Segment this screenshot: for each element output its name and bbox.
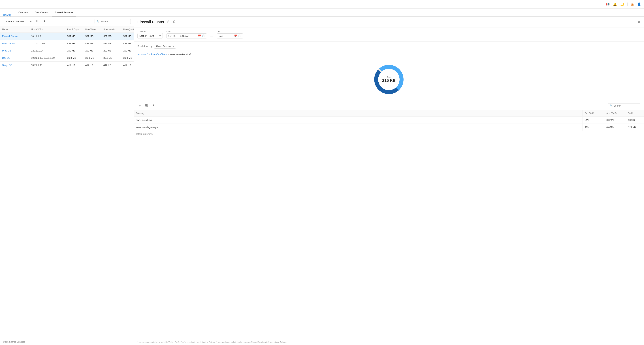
bell-icon[interactable]: 🔔 xyxy=(613,2,617,6)
table-row[interactable]: Prod DB 120.20.0.24 202 MB 202 MB 202 MB… xyxy=(0,47,134,54)
bottom-filter-button[interactable] xyxy=(138,103,142,108)
top-bar-icons: 📢 🔔 🌙 ◉ 👤 xyxy=(606,2,641,6)
bottom-columns-icon xyxy=(145,104,148,107)
svg-rect-2 xyxy=(38,20,39,22)
col-prev-week: Prev Week xyxy=(83,26,101,32)
download-icon-button[interactable] xyxy=(42,19,47,24)
bottom-filter-icon xyxy=(138,104,142,107)
close-button[interactable]: ✕ xyxy=(638,20,640,24)
search-box: 🔍 xyxy=(94,19,131,24)
gw-name: aws-use-s1-gw xyxy=(134,116,582,124)
add-shared-service-button[interactable]: + Shared Service xyxy=(3,19,26,24)
svg-rect-7 xyxy=(146,104,147,106)
table-row[interactable]: Dev DB 10.21.1.89, 10.21.1.50 30.3 MB 30… xyxy=(0,54,134,62)
row-prev-quarter: 412 KB xyxy=(121,62,134,69)
row-ip: 11.100.0.0/24 xyxy=(29,40,65,47)
gw-traffic: 90.9 KB xyxy=(626,116,644,124)
table-footer: Total 5 Shared Services xyxy=(0,339,134,345)
right-panel-header: Firewall Cluster ✕ xyxy=(134,17,644,27)
tab-shared-services[interactable]: Shared Services xyxy=(52,8,76,16)
end-date-input: 📅 🕐 xyxy=(217,33,243,38)
breadcrumb-sep-1: › xyxy=(149,53,150,56)
bottom-search-box: 🔍 xyxy=(608,103,640,108)
gw-rel: 48% xyxy=(582,124,604,131)
columns-icon-button[interactable] xyxy=(35,19,40,24)
bottom-search-input[interactable] xyxy=(614,104,638,107)
table-row[interactable]: Data Center 11.100.0.0/24 483 MB 483 MB … xyxy=(0,40,134,47)
table-body: Firewall Cluster 10.11.1.0 587 MB 587 MB… xyxy=(0,33,134,69)
breadcrumb-sep-2: › xyxy=(168,53,169,56)
breakdown-section: Breakdown by Cloud Account VPC Region xyxy=(134,41,644,51)
row-prev-month: 202 MB xyxy=(101,47,121,54)
row-prev-week: 412 KB xyxy=(83,62,101,69)
user-icon[interactable]: 👤 xyxy=(637,2,641,6)
edit-icon-button[interactable] xyxy=(166,19,170,24)
gateway-col-traffic: Traffic xyxy=(626,110,644,116)
app-logo[interactable]: CostIQ xyxy=(3,13,11,16)
filter-icon-button[interactable] xyxy=(28,19,33,24)
moon-icon[interactable]: 🌙 xyxy=(620,2,624,6)
calendar-icon[interactable]: 📅 xyxy=(198,34,201,37)
row-prev-quarter: 202 MB xyxy=(121,47,134,54)
table-row[interactable]: Stage DB 10.21.1.90 412 KB 412 KB 412 KB… xyxy=(0,62,134,69)
end-label: End xyxy=(217,30,243,33)
top-bar: 📢 🔔 🌙 ◉ 👤 xyxy=(0,0,644,9)
gateway-footer: Total 2 Gateways xyxy=(134,131,644,137)
row-name[interactable]: Dev DB xyxy=(0,54,29,61)
svg-rect-0 xyxy=(36,20,37,22)
end-calendar-icon[interactable]: 📅 xyxy=(234,34,237,37)
gateway-row[interactable]: aws-use-s1-gw 51% 0.021% 90.9 KB xyxy=(134,116,644,124)
clock-icon[interactable]: 🕐 xyxy=(202,34,205,37)
delete-icon-button[interactable] xyxy=(172,19,176,24)
megaphone-icon[interactable]: 📢 xyxy=(606,2,610,6)
gateway-table: Gateway Rel. Traffic Abs. Traffic Traffi… xyxy=(134,110,644,339)
breadcrumb-all-traffic[interactable]: All Traffic* xyxy=(138,53,148,56)
divider xyxy=(627,2,628,6)
bottom-download-icon xyxy=(152,104,155,107)
col-prev-month: Prev Month xyxy=(101,26,121,32)
donut-total-label: Total xyxy=(382,76,396,78)
end-clock-icon[interactable]: 🕐 xyxy=(238,34,241,37)
edit-icon xyxy=(167,20,170,23)
delete-icon xyxy=(173,20,175,23)
time-period-section: Time Period Last 24 Hours Last 7 Days La… xyxy=(134,27,644,41)
end-date-value[interactable] xyxy=(218,35,233,37)
row-name[interactable]: Stage DB xyxy=(0,62,29,69)
gateway-rows: aws-use-s1-gw 51% 0.021% 90.9 KB aws-use… xyxy=(134,116,644,131)
tab-cost-centers[interactable]: Cost Centers xyxy=(32,8,51,16)
bottom-search-icon: 🔍 xyxy=(610,104,612,107)
aviatrix-icon[interactable]: ◉ xyxy=(631,2,634,6)
gateway-col-abs: Abs. Traffic xyxy=(604,110,626,116)
end-field: End 📅 🕐 xyxy=(217,30,243,38)
time-period-select[interactable]: Last 24 Hours Last 7 Days Last 30 Days xyxy=(138,33,163,38)
col-prev-quarter: Prev Quarter xyxy=(121,26,134,32)
gateway-col-rel: Rel. Traffic xyxy=(582,110,604,116)
col-ip: IP or CIDRs xyxy=(29,26,65,32)
donut-chart: Total 215 KB xyxy=(371,61,407,97)
gateway-table-header: Gateway Rel. Traffic Abs. Traffic Traffi… xyxy=(134,110,644,116)
start-date-input: 📅 🕐 xyxy=(166,33,207,38)
start-date-value[interactable] xyxy=(168,35,197,37)
download-icon xyxy=(43,20,46,22)
table-row[interactable]: Firewall Cluster 10.11.1.0 587 MB 587 MB… xyxy=(0,33,134,40)
donut-total-value: 215 KB xyxy=(382,78,396,83)
search-input[interactable] xyxy=(100,20,129,23)
bottom-columns-button[interactable] xyxy=(144,103,149,108)
row-ip: 10.21.1.89, 10.21.1.50 xyxy=(29,54,65,61)
row-name[interactable]: Firewall Cluster xyxy=(0,33,29,40)
columns-icon xyxy=(36,20,39,22)
gateway-row[interactable]: aws-use-s1-gw-hagw 48% 0.029% 124 KB xyxy=(134,124,644,131)
bottom-download-button[interactable] xyxy=(151,103,156,108)
row-name[interactable]: Prod DB xyxy=(0,47,29,54)
bottom-toolbar: 🔍 xyxy=(134,101,644,110)
breakdown-select[interactable]: Cloud Account VPC Region xyxy=(154,44,176,48)
time-period-row: Time Period Last 24 Hours Last 7 Days La… xyxy=(138,30,640,38)
breadcrumb-azure-ops-team[interactable]: AzureOpsTeam xyxy=(150,53,167,56)
time-period-field: Time Period Last 24 Hours Last 7 Days La… xyxy=(138,30,163,38)
row-ip: 120.20.0.24 xyxy=(29,47,65,54)
row-name[interactable]: Data Center xyxy=(0,40,29,47)
tab-overview[interactable]: Overview xyxy=(16,8,31,16)
row-prev-week: 587 MB xyxy=(83,33,101,40)
time-period-label: Time Period xyxy=(138,30,163,32)
row-prev-week: 202 MB xyxy=(83,47,101,54)
